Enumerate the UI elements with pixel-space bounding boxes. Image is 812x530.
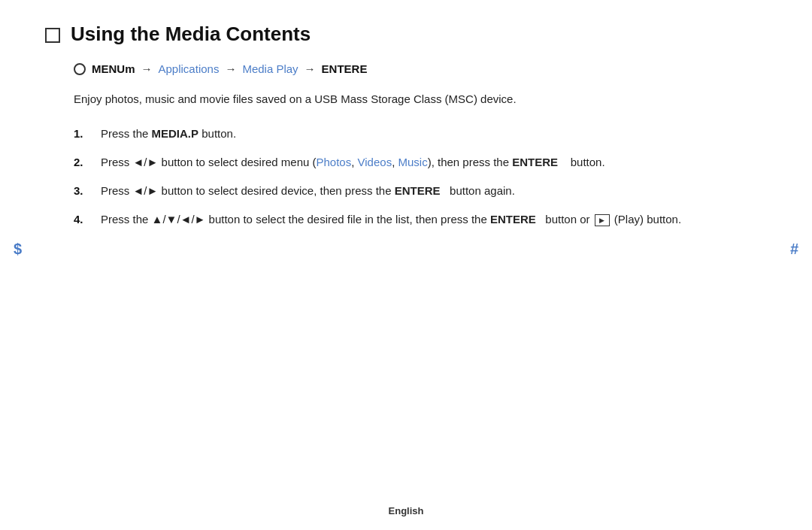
menu-arrow-2: → xyxy=(225,62,236,75)
step-3-enter: ENTERE xyxy=(395,184,441,197)
menu-arrow-3: → xyxy=(304,62,316,75)
steps-list: 1. Press the MEDIA.P button. 2. Press ◄/… xyxy=(74,125,767,229)
checkbox-icon xyxy=(45,28,60,43)
step-4: 4. Press the ▲/▼/◄/► button to select th… xyxy=(74,210,767,229)
menu-circle-icon xyxy=(74,63,86,75)
step-1: 1. Press the MEDIA.P button. xyxy=(74,125,767,143)
page-container: Using the Media Contents MENUm → Applica… xyxy=(0,0,812,262)
step-3: 3. Press ◄/► button to select desired de… xyxy=(74,182,767,200)
menu-path: MENUm → Applications → Media Play → ENTE… xyxy=(74,62,767,75)
section-description: Enjoy photos, music and movie files save… xyxy=(74,90,750,108)
menu-enter-label: ENTERE xyxy=(322,62,368,75)
menu-link-applications: Applications xyxy=(159,62,220,75)
step-1-number: 1. xyxy=(74,125,92,143)
side-marker-right: # xyxy=(790,241,798,258)
section-title: Using the Media Contents xyxy=(71,23,311,46)
step-2-number: 2. xyxy=(74,153,92,171)
step-4-enter: ENTERE xyxy=(490,213,536,226)
menu-arrow-1: → xyxy=(141,62,153,75)
footer-text: English xyxy=(389,505,424,516)
side-marker-left: $ xyxy=(14,241,22,258)
menu-link-mediaplay: Media Play xyxy=(242,62,298,75)
step-2-content: Press ◄/► button to select desired menu … xyxy=(101,153,767,171)
step-4-content: Press the ▲/▼/◄/► button to select the d… xyxy=(101,210,767,229)
step-3-number: 3. xyxy=(74,182,92,200)
step-2-photos: Photos xyxy=(317,156,352,168)
step-2-music: Music xyxy=(398,156,427,168)
play-button-icon xyxy=(595,214,610,226)
step-4-number: 4. xyxy=(74,210,92,229)
step-2-videos: Videos xyxy=(358,156,392,168)
step-3-content: Press ◄/► button to select desired devic… xyxy=(101,182,767,200)
section-header: Using the Media Contents xyxy=(45,23,767,46)
step-2: 2. Press ◄/► button to select desired me… xyxy=(74,153,767,171)
footer: English xyxy=(389,505,424,516)
menu-label: MENUm xyxy=(92,62,135,75)
step-1-content: Press the MEDIA.P button. xyxy=(101,125,767,143)
step-1-bold: MEDIA.P xyxy=(152,127,199,140)
step-2-enter: ENTERE xyxy=(512,156,558,168)
